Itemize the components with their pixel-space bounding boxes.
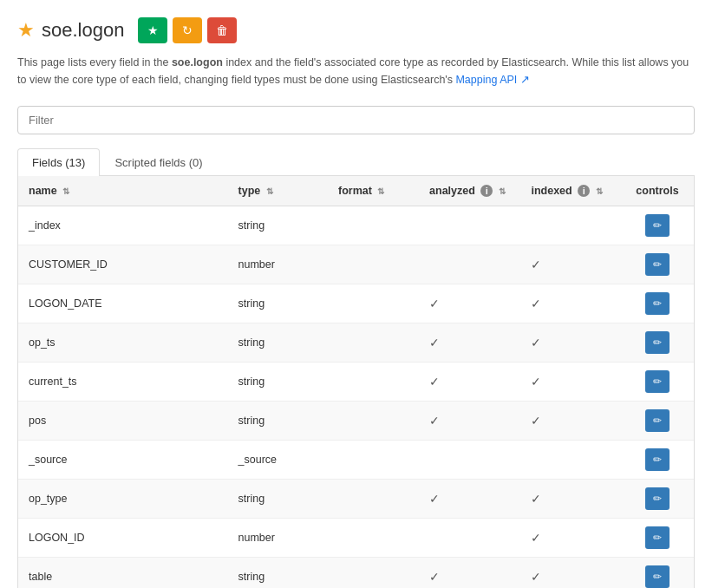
table-row: CUSTOMER_IDnumber✓✏ [18, 245, 694, 284]
star-button[interactable]: ★ [138, 17, 167, 43]
filter-input[interactable] [17, 106, 695, 134]
cell-controls: ✏ [621, 519, 694, 558]
table-row: _indexstring✏ [18, 206, 694, 245]
cell-name: current_ts [18, 363, 228, 402]
cell-format [328, 245, 419, 284]
cell-format [328, 558, 419, 589]
cell-type: string [228, 206, 329, 245]
cell-type: _source [228, 441, 329, 480]
table-row: current_tsstring✓✓✏ [18, 363, 694, 402]
cell-type: string [228, 284, 329, 323]
edit-button[interactable]: ✏ [645, 253, 670, 276]
edit-button[interactable]: ✏ [645, 214, 670, 237]
edit-button[interactable]: ✏ [645, 526, 670, 549]
cell-analyzed: ✓ [419, 558, 520, 589]
delete-button[interactable]: 🗑 [207, 17, 237, 43]
checkmark-analyzed: ✓ [429, 570, 440, 584]
table-row: op_typestring✓✓✏ [18, 480, 694, 519]
table-row: posstring✓✓✏ [18, 402, 694, 441]
checkmark-indexed: ✓ [531, 297, 541, 310]
cell-format [328, 441, 419, 480]
checkmark-analyzed: ✓ [429, 492, 440, 506]
cell-type: string [228, 363, 329, 402]
cell-format [328, 402, 419, 441]
cell-name: LOGON_DATE [18, 284, 228, 323]
title-star-icon: ★ [17, 19, 35, 42]
mapping-api-link[interactable]: Mapping API ↗ [455, 74, 529, 86]
cell-type: string [228, 402, 329, 441]
edit-button[interactable]: ✏ [645, 565, 670, 588]
checkmark-indexed: ✓ [531, 258, 541, 271]
cell-name: op_ts [18, 323, 228, 363]
cell-format [328, 323, 419, 363]
cell-controls: ✏ [621, 206, 694, 245]
cell-analyzed: ✓ [419, 402, 520, 441]
cell-indexed: ✓ [520, 519, 621, 558]
cell-name: LOGON_ID [18, 519, 228, 558]
page-description: This page lists every field in the soe.l… [17, 54, 695, 88]
cell-controls: ✏ [621, 323, 694, 363]
cell-type: number [228, 519, 329, 558]
checkmark-analyzed: ✓ [429, 414, 440, 428]
sort-icon-format: ⇅ [377, 186, 384, 196]
cell-controls: ✏ [621, 363, 694, 402]
cell-analyzed: ✓ [419, 323, 520, 363]
table-header-row: name ⇅ type ⇅ format ⇅ analyzed i ⇅ in [18, 176, 694, 206]
checkmark-analyzed: ✓ [429, 297, 440, 310]
table-body: _indexstring✏CUSTOMER_IDnumber✓✏LOGON_DA… [18, 206, 694, 589]
edit-button[interactable]: ✏ [645, 487, 670, 510]
info-icon-analyzed: i [480, 185, 493, 197]
edit-button[interactable]: ✏ [645, 331, 670, 354]
fields-table-container: name ⇅ type ⇅ format ⇅ analyzed i ⇅ in [17, 176, 695, 588]
table-row: tablestring✓✓✏ [18, 558, 694, 589]
cell-indexed: ✓ [520, 558, 621, 589]
tabs: Fields (13) Scripted fields (0) [17, 148, 695, 176]
checkmark-analyzed: ✓ [429, 336, 440, 350]
col-header-name[interactable]: name ⇅ [18, 176, 228, 206]
checkmark-indexed: ✓ [531, 492, 541, 506]
cell-indexed: ✓ [520, 363, 621, 402]
col-header-format[interactable]: format ⇅ [328, 176, 419, 206]
cell-analyzed [419, 441, 520, 480]
cell-indexed: ✓ [520, 245, 621, 284]
cell-analyzed [419, 519, 520, 558]
cell-format [328, 284, 419, 323]
refresh-button[interactable]: ↻ [173, 17, 202, 43]
tab-scripted-fields[interactable]: Scripted fields (0) [100, 148, 217, 176]
cell-indexed: ✓ [520, 323, 621, 363]
cell-controls: ✏ [621, 480, 694, 519]
edit-button[interactable]: ✏ [645, 292, 670, 315]
cell-type: string [228, 480, 329, 519]
cell-indexed [520, 206, 621, 245]
checkmark-indexed: ✓ [531, 336, 541, 350]
cell-format [328, 206, 419, 245]
cell-type: string [228, 323, 329, 363]
checkmark-indexed: ✓ [531, 414, 541, 428]
cell-name: table [18, 558, 228, 589]
cell-indexed: ✓ [520, 480, 621, 519]
table-row: _source_source✏ [18, 441, 694, 480]
edit-button[interactable]: ✏ [645, 370, 670, 393]
sort-icon-analyzed: ⇅ [499, 186, 506, 196]
checkmark-analyzed: ✓ [429, 375, 440, 389]
header-buttons: ★ ↻ 🗑 [138, 17, 237, 43]
checkmark-indexed: ✓ [531, 570, 541, 584]
sort-icon-indexed: ⇅ [596, 186, 603, 196]
cell-analyzed [419, 245, 520, 284]
table-row: op_tsstring✓✓✏ [18, 323, 694, 363]
cell-analyzed: ✓ [419, 284, 520, 323]
filter-bar [17, 106, 695, 134]
table-row: LOGON_DATEstring✓✓✏ [18, 284, 694, 323]
edit-button[interactable]: ✏ [645, 448, 670, 471]
tab-fields[interactable]: Fields (13) [17, 148, 100, 176]
checkmark-indexed: ✓ [531, 375, 541, 389]
checkmark-indexed: ✓ [531, 531, 541, 545]
edit-button[interactable]: ✏ [645, 409, 670, 432]
page-header: ★ soe.logon ★ ↻ 🗑 [17, 17, 695, 43]
cell-controls: ✏ [621, 558, 694, 589]
col-header-analyzed[interactable]: analyzed i ⇅ [419, 176, 520, 206]
sort-icon-name: ⇅ [62, 186, 69, 196]
col-header-type[interactable]: type ⇅ [228, 176, 329, 206]
col-header-indexed[interactable]: indexed i ⇅ [520, 176, 621, 206]
cell-indexed [520, 441, 621, 480]
